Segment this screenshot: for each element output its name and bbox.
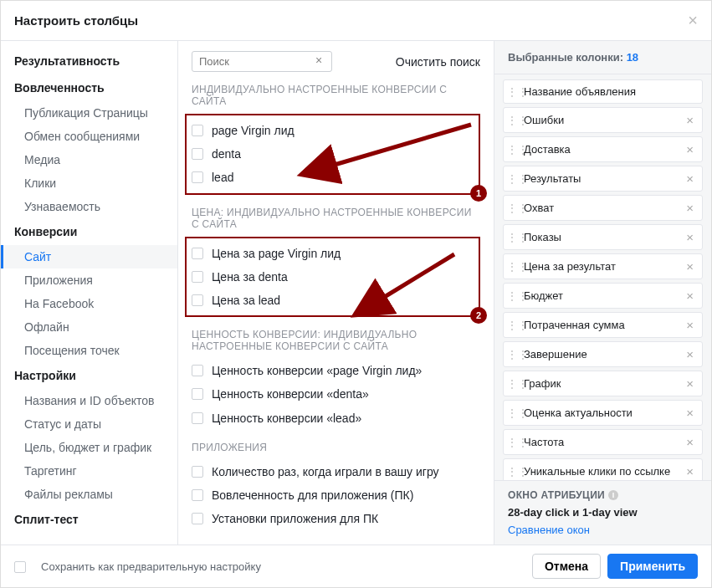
drag-handle-icon[interactable]: ⋮⋮	[507, 89, 519, 95]
metric-label: Ценность конверсии «page Virgin лид»	[212, 363, 422, 378]
sidebar-item[interactable]: Обмен сообщениями	[1, 125, 177, 148]
selected-column-item[interactable]: ⋮⋮Потраченная сумма×	[503, 312, 703, 338]
metric-option[interactable]: Установки приложения для ПК	[192, 507, 480, 530]
sidebar-group-title[interactable]: Сплит-тест	[1, 506, 177, 533]
metric-checkbox[interactable]	[192, 388, 203, 400]
metric-checkbox[interactable]	[192, 125, 203, 136]
sidebar-group-title[interactable]: Вовлеченность	[1, 74, 177, 101]
remove-column-icon[interactable]: ×	[683, 259, 697, 274]
cancel-button[interactable]: Отмена	[532, 554, 601, 579]
remove-column-icon[interactable]: ×	[683, 171, 697, 186]
metric-checkbox[interactable]	[192, 294, 203, 306]
selected-column-item[interactable]: ⋮⋮Уникальные клики по ссылке×	[503, 458, 703, 480]
selected-column-label: Доставка	[524, 143, 683, 156]
metric-checkbox[interactable]	[192, 148, 203, 160]
drag-handle-icon[interactable]: ⋮⋮	[507, 440, 519, 445]
selected-column-item[interactable]: ⋮⋮Показы×	[503, 224, 703, 250]
metric-checkbox[interactable]	[192, 489, 203, 501]
metric-checkbox[interactable]	[192, 365, 203, 376]
selected-column-item[interactable]: ⋮⋮Бюджет×	[503, 283, 703, 309]
sidebar-item[interactable]: Сайт	[1, 245, 177, 268]
selected-column-item[interactable]: ⋮⋮Название объявления	[503, 79, 703, 104]
metric-checkbox[interactable]	[192, 271, 203, 283]
selected-column-item[interactable]: ⋮⋮График×	[503, 371, 703, 396]
drag-handle-icon[interactable]: ⋮⋮	[507, 264, 519, 269]
drag-handle-icon[interactable]: ⋮⋮	[507, 323, 519, 328]
remove-column-icon[interactable]: ×	[683, 347, 697, 361]
metric-option[interactable]: lead	[192, 166, 474, 189]
metric-option[interactable]: page Virgin лид	[192, 119, 474, 142]
sidebar-item[interactable]: Названия и ID объектов	[1, 389, 177, 412]
remove-column-icon[interactable]: ×	[683, 201, 697, 215]
remove-column-icon[interactable]: ×	[683, 230, 697, 244]
metric-checkbox[interactable]	[192, 412, 203, 424]
drag-handle-icon[interactable]: ⋮⋮	[507, 147, 519, 152]
sidebar-item[interactable]: Файлы рекламы	[1, 483, 177, 506]
save-preset-checkbox[interactable]	[14, 561, 26, 573]
drag-handle-icon[interactable]: ⋮⋮	[507, 176, 519, 182]
sidebar-item[interactable]: Посещения точек	[1, 339, 177, 362]
apply-button[interactable]: Применить	[607, 554, 698, 579]
drag-handle-icon[interactable]: ⋮⋮	[507, 381, 519, 386]
drag-handle-icon[interactable]: ⋮⋮	[507, 294, 519, 299]
selected-column-item[interactable]: ⋮⋮Цена за результат×	[503, 253, 703, 279]
drag-handle-icon[interactable]: ⋮⋮	[507, 352, 519, 357]
drag-handle-icon[interactable]: ⋮⋮	[507, 206, 519, 211]
metric-checkbox[interactable]	[192, 248, 203, 259]
sidebar-item[interactable]: Таргетинг	[1, 459, 177, 483]
sidebar-item[interactable]: Медиа	[1, 148, 177, 171]
remove-column-icon[interactable]: ×	[683, 318, 697, 332]
clear-input-icon[interactable]: ×	[315, 54, 322, 67]
selected-column-item[interactable]: ⋮⋮Ошибки×	[503, 107, 703, 133]
sidebar-item[interactable]: Публикация Страницы	[1, 101, 177, 125]
remove-column-icon[interactable]: ×	[683, 435, 697, 449]
metric-label: Цена за denta	[212, 269, 288, 284]
selected-column-item[interactable]: ⋮⋮Результаты×	[503, 166, 703, 192]
remove-column-icon[interactable]: ×	[683, 142, 697, 156]
metric-checkbox[interactable]	[192, 171, 203, 183]
metric-label: lead	[212, 170, 233, 185]
metric-option[interactable]: Ценность конверсии «lead»	[192, 406, 480, 430]
remove-column-icon[interactable]: ×	[683, 113, 697, 127]
remove-column-icon[interactable]: ×	[683, 376, 697, 391]
metric-option[interactable]: Ценность конверсии «page Virgin лид»	[192, 359, 480, 382]
selected-column-item[interactable]: ⋮⋮Оценка актуальности×	[503, 400, 703, 426]
selected-column-item[interactable]: ⋮⋮Охват×	[503, 195, 703, 221]
info-icon[interactable]: i	[608, 490, 618, 500]
search-input[interactable]	[192, 51, 332, 72]
clear-search-button[interactable]: Очистить поиск	[396, 55, 480, 69]
remove-column-icon[interactable]: ×	[683, 406, 697, 420]
sidebar-group-title[interactable]: Конверсии	[1, 218, 177, 245]
attribution-compare-link[interactable]: Сравнение окон	[508, 524, 698, 536]
sidebar-item[interactable]: Цель, бюджет и график	[1, 436, 177, 459]
drag-handle-icon[interactable]: ⋮⋮	[507, 235, 519, 240]
sidebar-item[interactable]: На Facebook	[1, 292, 177, 315]
sidebar-item[interactable]: Офлайн	[1, 315, 177, 339]
metric-checkbox[interactable]	[192, 466, 203, 478]
drag-handle-icon[interactable]: ⋮⋮	[507, 411, 519, 416]
metric-option[interactable]: Вовлеченность для приложения (ПК)	[192, 483, 480, 507]
sidebar-group-title[interactable]: Результативность	[1, 48, 177, 74]
sidebar-item[interactable]: Узнаваемость	[1, 195, 177, 218]
selected-column-item[interactable]: ⋮⋮Завершение×	[503, 341, 703, 367]
remove-column-icon[interactable]: ×	[683, 289, 697, 303]
metric-checkbox[interactable]	[192, 513, 203, 524]
sidebar-item[interactable]: Статус и даты	[1, 412, 177, 436]
sidebar-item[interactable]: Приложения	[1, 268, 177, 292]
metric-option[interactable]: denta	[192, 142, 474, 166]
drag-handle-icon[interactable]: ⋮⋮	[507, 118, 519, 123]
close-icon[interactable]: ×	[688, 11, 698, 30]
sidebar-item[interactable]: Клики	[1, 171, 177, 195]
metric-option[interactable]: Цена за denta	[192, 265, 474, 289]
save-as-preset[interactable]: Сохранить как предварительную настройку	[14, 560, 261, 573]
drag-handle-icon[interactable]: ⋮⋮	[507, 469, 519, 474]
metric-option[interactable]: Ценность конверсии «denta»	[192, 382, 480, 406]
metric-option[interactable]: Количество раз, когда играли в вашу игру	[192, 460, 480, 483]
metric-option[interactable]: Цена за page Virgin лид	[192, 242, 474, 265]
selected-column-item[interactable]: ⋮⋮Частота×	[503, 429, 703, 455]
selected-column-item[interactable]: ⋮⋮Доставка×	[503, 136, 703, 162]
sidebar-group-title[interactable]: Настройки	[1, 362, 177, 389]
metric-option[interactable]: Цена за lead	[192, 289, 474, 312]
modal-footer: Сохранить как предварительную настройку …	[1, 545, 711, 587]
remove-column-icon[interactable]: ×	[683, 464, 697, 478]
